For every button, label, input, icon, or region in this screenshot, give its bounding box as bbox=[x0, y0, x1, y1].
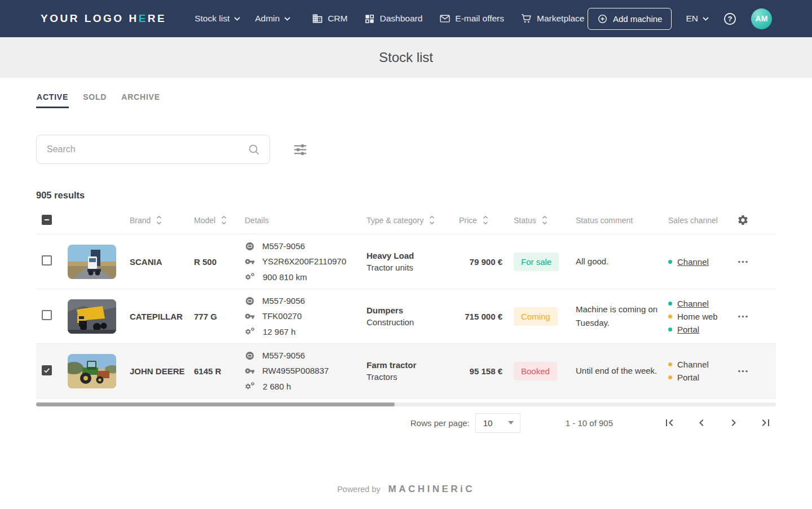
search-input[interactable] bbox=[47, 144, 248, 154]
pagination-bar: Rows per page: 10 1 - 10 of 905 bbox=[36, 411, 776, 434]
category-label: Tractor units bbox=[367, 263, 459, 272]
header-status[interactable]: Status bbox=[514, 215, 576, 225]
status-cell: For sale bbox=[514, 253, 576, 271]
column-settings-button[interactable] bbox=[737, 214, 749, 226]
ellipsis-icon bbox=[737, 256, 749, 268]
avatar[interactable]: AM bbox=[751, 8, 772, 29]
id-badge-icon bbox=[245, 351, 255, 361]
row-checkbox[interactable] bbox=[42, 255, 52, 265]
help-button[interactable]: ? bbox=[723, 12, 737, 26]
header-label: Sales channel bbox=[668, 216, 718, 225]
sort-icon[interactable] bbox=[542, 215, 548, 225]
type-label: Heavy Load bbox=[367, 251, 459, 260]
previous-page-button[interactable] bbox=[695, 416, 708, 430]
row-actions-button[interactable] bbox=[737, 365, 749, 377]
search-icon bbox=[248, 143, 261, 156]
brand-cell: CATEPILLAR bbox=[130, 312, 194, 321]
filter-button[interactable] bbox=[293, 142, 308, 157]
sales-channel-item[interactable]: Portal bbox=[668, 373, 737, 382]
status-badge: Booked bbox=[514, 362, 557, 380]
chevron-right-icon bbox=[727, 416, 740, 430]
sales-channel-item[interactable]: Channel bbox=[668, 360, 737, 369]
header-type-category[interactable]: Type & category bbox=[367, 215, 459, 225]
nav-dropdown-menus: Stock list Admin bbox=[195, 14, 290, 24]
last-page-button[interactable] bbox=[759, 416, 773, 430]
sales-channel-item[interactable]: Channel bbox=[668, 299, 737, 308]
model-cell: R 500 bbox=[194, 257, 245, 267]
sales-channel-item[interactable]: Channel bbox=[668, 257, 737, 267]
chevron-left-icon bbox=[695, 416, 708, 430]
sort-icon[interactable] bbox=[156, 215, 162, 225]
sort-icon[interactable] bbox=[429, 215, 435, 225]
horizontal-scrollbar-track[interactable] bbox=[36, 402, 776, 406]
tab-active[interactable]: ACTIVE bbox=[36, 87, 69, 108]
serial-number: TFK00270 bbox=[262, 311, 302, 321]
channel-link[interactable]: Channel bbox=[677, 257, 709, 267]
channel-dot bbox=[668, 302, 672, 306]
caret-down-icon bbox=[508, 421, 514, 424]
nav-links: CRM Dashboard E-mail offers bbox=[312, 13, 584, 24]
brand-cell: SCANIA bbox=[130, 257, 194, 267]
company-logo[interactable]: YOUR LOGO HERE bbox=[41, 12, 166, 25]
nav-link-label: Marketplace bbox=[537, 14, 584, 24]
nav-right-group: Add machine EN ? AM bbox=[588, 8, 772, 30]
envelope-icon bbox=[439, 13, 451, 24]
horizontal-scrollbar-thumb[interactable] bbox=[36, 402, 395, 406]
top-navbar: YOUR LOGO HERE Stock list Admin CRM bbox=[0, 0, 812, 37]
row-checkbox[interactable] bbox=[42, 365, 52, 375]
cart-icon bbox=[521, 13, 532, 24]
table-row[interactable]: CATEPILLAR 777 G M557-9056 TFK00270 bbox=[36, 289, 776, 344]
channel-link[interactable]: Channel bbox=[677, 299, 709, 308]
row-actions-button[interactable] bbox=[737, 311, 749, 322]
serial-number: RW4955P008837 bbox=[262, 366, 329, 375]
table-row[interactable]: JOHN DEERE 6145 R M557-9056 RW4955P00883… bbox=[36, 344, 776, 399]
sales-channel-item[interactable]: Portal bbox=[668, 325, 737, 334]
channel-link[interactable]: Portal bbox=[677, 325, 699, 334]
sort-icon[interactable] bbox=[221, 215, 227, 225]
sales-channel-cell: Channel bbox=[668, 257, 737, 267]
row-checkbox[interactable] bbox=[42, 310, 52, 320]
details-cell: M557-9056 YS2R6X200F2110970 900 810 km bbox=[245, 241, 367, 282]
first-page-button[interactable] bbox=[663, 416, 676, 430]
last-page-icon bbox=[759, 416, 773, 430]
page-title-band: Stock list bbox=[0, 37, 812, 78]
status-cell: Coming bbox=[514, 307, 576, 326]
key-icon bbox=[245, 256, 255, 267]
header-label: Status comment bbox=[576, 216, 633, 225]
row-actions-button[interactable] bbox=[737, 256, 749, 268]
logo-text: RE bbox=[148, 12, 166, 24]
status-comment-cell: Machine is coming on Tuesday. bbox=[576, 303, 668, 330]
nav-link-label: CRM bbox=[328, 14, 347, 24]
key-icon bbox=[245, 366, 255, 376]
add-machine-button[interactable]: Add machine bbox=[588, 8, 672, 30]
logo-text: YOUR LOGO H bbox=[41, 12, 139, 24]
select-all-checkbox[interactable] bbox=[42, 215, 52, 225]
sort-icon[interactable] bbox=[483, 215, 488, 225]
channel-link[interactable]: Home web bbox=[677, 312, 718, 321]
search-row bbox=[36, 135, 776, 164]
nav-menu-admin[interactable]: Admin bbox=[255, 14, 290, 24]
nav-menu-stock-list[interactable]: Stock list bbox=[195, 14, 240, 24]
nav-link-email-offers[interactable]: E-mail offers bbox=[439, 13, 504, 24]
next-page-button[interactable] bbox=[727, 416, 740, 430]
channel-link[interactable]: Portal bbox=[677, 373, 699, 382]
nav-link-crm[interactable]: CRM bbox=[312, 13, 347, 24]
gears-icon bbox=[245, 381, 255, 392]
header-brand[interactable]: Brand bbox=[130, 215, 194, 225]
usage-value: 2 680 h bbox=[263, 382, 291, 391]
type-label: Farm tractor bbox=[367, 360, 459, 370]
header-model[interactable]: Model bbox=[194, 215, 245, 225]
nav-link-dashboard[interactable]: Dashboard bbox=[364, 13, 422, 24]
tab-archive[interactable]: ARCHIVE bbox=[121, 87, 161, 108]
channel-link[interactable]: Channel bbox=[677, 360, 709, 369]
sales-channel-item[interactable]: Home web bbox=[668, 312, 737, 321]
logo-accent-letter: E bbox=[139, 12, 148, 24]
tab-sold[interactable]: SOLD bbox=[82, 87, 107, 108]
header-price[interactable]: Price bbox=[459, 215, 514, 225]
nav-link-marketplace[interactable]: Marketplace bbox=[521, 13, 584, 24]
language-selector[interactable]: EN bbox=[686, 14, 709, 24]
chevron-down-icon bbox=[284, 17, 290, 21]
rows-per-page-select[interactable]: 10 bbox=[475, 413, 520, 433]
table-row[interactable]: SCANIA R 500 M557-9056 YS2R6X200F2110970 bbox=[36, 234, 776, 289]
first-page-icon bbox=[663, 416, 676, 430]
